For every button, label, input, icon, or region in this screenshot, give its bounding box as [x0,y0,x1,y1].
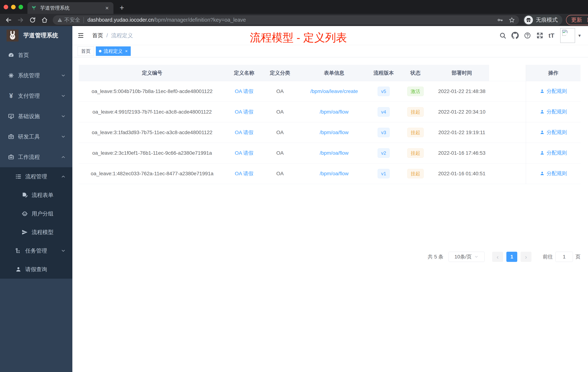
avatar[interactable] [560,28,575,43]
page-content: 定义编号 定义名称 定义分类 表单信息 流程版本 状态 部署时间 操作 [72,57,588,372]
back-icon[interactable] [5,17,12,23]
definition-name-link[interactable]: OA 请假 [235,171,253,176]
form-info-link[interactable]: /bpm/oa/leave/create [310,88,358,94]
cell-deploy-time: 2022-01-16 01:40:51 [435,164,489,184]
not-secure-label[interactable]: 不安全 [64,16,80,24]
robot-icon [21,210,28,217]
form-info-link[interactable]: /bpm/oa/flow [320,150,348,156]
fullscreen-icon[interactable] [536,32,544,39]
toolbox-icon [8,133,14,140]
assign-rule-button[interactable]: 分配规则 [540,149,567,156]
prev-page-button[interactable]: ‹ [492,252,503,262]
col-actions: 操作 [526,65,580,81]
sidebar-item-label: 用户分组 [32,210,53,218]
window-minimize-button[interactable] [11,5,16,9]
search-icon[interactable] [499,32,506,39]
goto-page-input[interactable] [556,252,573,262]
chevron-down-icon [61,73,66,78]
org-tree-icon [15,248,22,254]
tag-close-icon[interactable]: × [125,49,128,54]
tag-home[interactable]: 首页 [78,46,94,56]
paper-plane-icon [21,229,28,236]
chevron-up-icon [61,154,66,160]
sidebar-item-leave-query[interactable]: 请假查询 [0,260,72,279]
browser-toolbar: 不安全 dashboard.yudao.iocoder.cn/bpm/manag… [0,14,588,26]
new-tab-button[interactable]: + [118,4,126,12]
tag-label: 首页 [81,48,91,55]
table-row: oa_leave:2:3c1f0ef1-76b1-11ec-9c66-a2380… [79,143,580,164]
definition-name-link[interactable]: OA 请假 [235,88,253,94]
sidebar-item-infrastructure[interactable]: 基础设施 [0,106,72,127]
sidebar-item-label: 基础设施 [18,113,40,120]
breadcrumb-home[interactable]: 首页 [92,32,103,39]
col-definition-category: 定义分类 [263,65,297,81]
browser-menu-icon[interactable]: ⋮ [585,17,588,23]
sidebar-item-dev-tools[interactable]: 研发工具 [0,127,72,147]
cell-definition-id: oa_leave:2:3c1f0ef1-76b1-11ec-9c66-a2380… [79,143,225,164]
definition-name-link[interactable]: OA 请假 [235,150,253,156]
chevron-up-icon [61,174,66,179]
form-info-link[interactable]: /bpm/oa/flow [320,171,348,176]
assign-rule-label: 分配规则 [546,149,567,156]
sidebar-item-process-model[interactable]: 流程模型 [0,223,72,241]
chevron-down-icon [474,255,479,259]
table-row: oa_leave:5:004b710b-7b8a-11ec-8ef0-acde4… [79,81,580,102]
app-frame: 芋道管理系统 首页 系统管理 ¥ 支付管理 [0,26,588,372]
sidebar-item-workflow[interactable]: 工作流程 [0,147,72,167]
user-icon [540,150,545,155]
form-info-link[interactable]: /bpm/oa/flow [320,109,348,115]
bookmark-star-icon[interactable] [509,17,515,23]
avatar-caret-icon[interactable]: ▾ [578,33,581,38]
user-icon [540,130,545,135]
sidebar-item-system[interactable]: 系统管理 [0,65,72,86]
font-size-icon[interactable]: tT [548,33,554,39]
address-bar[interactable]: 不安全 dashboard.yudao.iocoder.cn/bpm/manag… [53,15,519,25]
tag-process-definition[interactable]: 流程定义 × [96,46,131,56]
sidebar-fold-icon[interactable] [77,32,84,39]
sidebar-item-process-management[interactable]: 流程管理 [0,167,72,186]
logo-title: 芋道管理系统 [23,32,58,40]
assign-rule-button[interactable]: 分配规则 [540,88,567,95]
sidebar-item-home[interactable]: 首页 [0,45,72,65]
definition-name-link[interactable]: OA 请假 [235,109,253,115]
reload-icon[interactable] [29,17,36,23]
github-icon[interactable] [512,32,519,39]
cell-definition-id: oa_leave:1:482ec033-762a-11ec-8477-a2380… [79,164,225,184]
window-close-button[interactable] [4,5,8,9]
tree-list-icon [15,173,22,180]
sidebar-item-process-form[interactable]: 流程表单 [0,186,72,204]
user-icon [15,266,22,273]
definition-name-link[interactable]: OA 请假 [235,130,253,135]
assign-rule-button[interactable]: 分配规则 [540,170,567,177]
forward-icon[interactable] [17,17,24,23]
cell-deploy-time: 2022-01-22 20:34:10 [435,102,489,122]
browser-tab[interactable]: 芋道管理系统 × [27,2,114,14]
current-page-button[interactable]: 1 [506,252,517,262]
assign-rule-label: 分配规则 [546,170,567,177]
password-key-icon[interactable] [497,17,503,23]
sidebar-logo[interactable]: 芋道管理系统 [0,26,72,45]
form-info-link[interactable]: /bpm/oa/flow [320,130,348,135]
cell-definition-id: oa_leave:4:991f2193-7b7f-11ec-a3c8-acde4… [79,102,225,122]
sidebar-item-user-group[interactable]: 用户分组 [0,204,72,223]
col-process-version: 流程版本 [371,65,396,81]
assign-rule-button[interactable]: 分配规则 [540,129,567,136]
col-definition-id: 定义编号 [79,65,225,81]
update-label: 更新 [571,16,582,24]
help-icon[interactable] [524,32,531,39]
sidebar-item-payment[interactable]: ¥ 支付管理 [0,86,72,106]
sidebar-item-label: 支付管理 [18,92,40,100]
page-size-select[interactable]: 10条/页 [449,252,484,262]
browser-tab-strip: 芋道管理系统 × + [0,0,588,14]
tab-close-icon[interactable]: × [104,5,110,11]
browser-update-button[interactable]: 更新 ⋮ [566,15,588,25]
sidebar-item-task-management[interactable]: 任务管理 [0,241,72,260]
home-icon[interactable] [41,17,48,23]
assign-rule-button[interactable]: 分配规则 [540,108,567,115]
sidebar-item-label: 研发工具 [18,133,40,141]
next-page-button[interactable]: › [521,252,531,262]
page-annotation-title: 流程模型 - 定义列表 [250,30,347,45]
pagination: 共 5 条 10条/页 ‹ 1 › 前往 页 [79,252,580,262]
chevron-down-icon [61,93,66,98]
window-zoom-button[interactable] [19,5,23,9]
